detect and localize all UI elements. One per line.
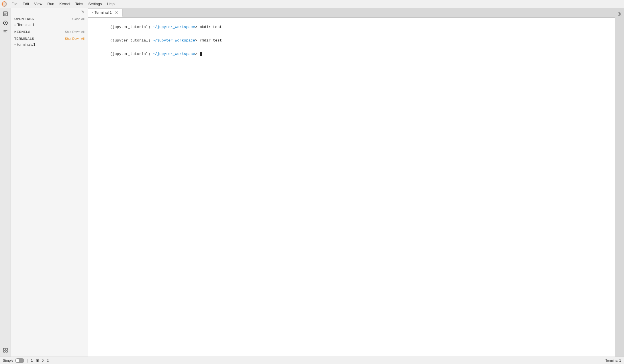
running-icon[interactable] [1, 19, 9, 27]
terminal-prompt-3: (jupyter_tutorial) [110, 52, 152, 56]
cell-type-icon: ▣ [36, 359, 39, 363]
kernels-title: KERNELS [14, 30, 30, 33]
terminal-tab[interactable]: ▪ Terminal 1 ✕ [88, 9, 123, 17]
svg-rect-8 [6, 351, 7, 352]
mode-toggle-track[interactable] [15, 358, 24, 363]
terminal-path-2: ~/jupyter_workspace [153, 38, 195, 43]
terminal-item-label: terminals/1 [17, 42, 85, 47]
cell-number: 1 [31, 359, 33, 363]
terminal-cmd-3: > [195, 52, 200, 56]
svg-rect-5 [3, 348, 5, 350]
kernels-header: KERNELS Shut Down All [11, 28, 88, 35]
menu-tabs[interactable]: Tabs [73, 1, 85, 7]
icon-rail [0, 8, 11, 357]
menu-run[interactable]: Run [45, 1, 56, 7]
svg-rect-6 [6, 348, 7, 350]
menu-help[interactable]: Help [105, 1, 117, 7]
terminal-cmd-1: > mkdir test [195, 25, 222, 29]
terminal-tab-icon: ▪ [14, 23, 15, 27]
status-separator-1: | [27, 359, 28, 363]
open-tabs-title: OPEN TABS [14, 17, 34, 21]
terminal-cmd-2: > rmdir test [195, 38, 222, 43]
terminal-tab-label: Terminal 1 [95, 10, 112, 15]
terminal-cursor [200, 52, 202, 56]
refresh-button[interactable]: ↻ [81, 10, 85, 14]
files-icon[interactable] [1, 10, 9, 18]
sidebar-refresh: ↻ [11, 8, 88, 15]
terminals-title: TERMINALS [14, 37, 34, 40]
terminal-line-1: (jupyter_tutorial) ~/jupyter_workspace> … [92, 21, 611, 33]
terminal-tab-type-icon: ▪ [92, 11, 93, 14]
menu-edit[interactable]: Edit [20, 1, 31, 7]
main-content: ▪ Terminal 1 ✕ (jupyter_tutorial) ~/jupy… [88, 8, 615, 357]
terminal-item-icon: ▪ [14, 43, 15, 47]
right-panel [615, 8, 624, 357]
terminal-tab-label: Terminal 1 [17, 23, 85, 27]
menu-file[interactable]: File [9, 1, 20, 7]
open-tabs-header: OPEN TABS Close All [11, 15, 88, 22]
zero-count: 0 [42, 359, 44, 363]
svg-rect-7 [3, 351, 5, 352]
terminal-path-3: ~/jupyter_workspace [153, 52, 195, 56]
terminal-panel[interactable]: (jupyter_tutorial) ~/jupyter_workspace> … [88, 18, 615, 357]
terminal-line-3: (jupyter_tutorial) ~/jupyter_workspace> [92, 48, 611, 60]
kernels-shut-down-all-button[interactable]: Shut Down All [65, 30, 85, 33]
tab-close-button[interactable]: ✕ [114, 10, 119, 15]
mode-toggle: Simple [3, 358, 24, 363]
menu-settings[interactable]: Settings [86, 1, 104, 7]
status-circle-icon: ⊙ [46, 359, 49, 363]
menubar: File Edit View Run Kernel Tabs Settings … [0, 0, 624, 8]
settings-gear-icon[interactable] [616, 10, 623, 18]
terminals-header: TERMINALS Shut Down All [11, 35, 88, 41]
svg-point-2 [4, 6, 5, 7]
svg-point-1 [4, 1, 5, 2]
tab-bar: ▪ Terminal 1 ✕ [88, 8, 615, 18]
close-all-button[interactable]: Close All [72, 17, 85, 21]
sidebar-terminal-item[interactable]: ▪ terminals/1 [11, 41, 88, 48]
status-bar: Simple | 1 ▣ 0 ⊙ Terminal 1 [0, 357, 624, 364]
sidebar-tab-terminal1[interactable]: ▪ Terminal 1 [11, 22, 88, 28]
terminal-prompt-2: (jupyter_tutorial) [110, 38, 152, 43]
extensions-icon[interactable] [1, 346, 9, 354]
terminal-prompt-1: (jupyter_tutorial) [110, 25, 152, 29]
mode-label: Simple [3, 359, 13, 363]
app-logo [1, 1, 7, 7]
sidebar: ↻ OPEN TABS Close All ▪ Terminal 1 KERNE… [11, 8, 88, 357]
mode-toggle-thumb [16, 359, 19, 362]
menu-kernel[interactable]: Kernel [57, 1, 72, 7]
terminals-shut-down-all-button[interactable]: Shut Down All [65, 37, 85, 40]
menu-view[interactable]: View [32, 1, 44, 7]
toc-icon[interactable] [1, 28, 9, 36]
terminal-path-1: ~/jupyter_workspace [153, 25, 195, 29]
app-body: ↻ OPEN TABS Close All ▪ Terminal 1 KERNE… [0, 8, 624, 357]
terminal-line-2: (jupyter_tutorial) ~/jupyter_workspace> … [92, 34, 611, 47]
svg-point-9 [619, 13, 620, 15]
status-terminal-label: Terminal 1 [605, 359, 621, 363]
